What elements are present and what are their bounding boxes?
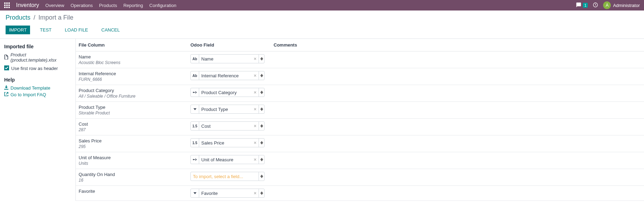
clear-field-icon[interactable]: × bbox=[252, 122, 259, 130]
nav-operations[interactable]: Operations bbox=[71, 3, 93, 8]
svg-point-11 bbox=[193, 92, 194, 93]
file-column-label: Cost bbox=[79, 121, 190, 127]
top-navbar: Inventory Overview Operations Products R… bbox=[0, 0, 644, 10]
imported-file-header: Imported file bbox=[4, 44, 71, 49]
nav-products[interactable]: Products bbox=[99, 3, 117, 8]
column-headers: File Column Odoo Field Comments bbox=[76, 39, 644, 51]
mapping-row: Unit of Measure Units Unit of Measure × bbox=[76, 152, 644, 169]
file-column-sample: 295 bbox=[79, 144, 190, 149]
odoo-field-value: Product Type bbox=[199, 105, 252, 113]
nav-overview[interactable]: Overview bbox=[45, 3, 64, 8]
odoo-field-value: Favorite bbox=[199, 189, 252, 197]
svg-rect-4 bbox=[6, 5, 8, 6]
chat-badge: 1 bbox=[583, 3, 588, 8]
use-header-checkbox[interactable]: Use first row as header bbox=[4, 65, 71, 71]
odoo-field-value: Internal Reference bbox=[199, 71, 252, 80]
mapping-row: Product Category All / Saleable / Office… bbox=[76, 85, 644, 102]
field-spinner[interactable] bbox=[259, 55, 264, 63]
file-column-label: Quantity On Hand bbox=[79, 172, 190, 177]
file-name: Product (product.template).xlsx bbox=[10, 52, 71, 63]
activities-button[interactable] bbox=[593, 2, 598, 9]
import-button[interactable]: IMPORT bbox=[6, 26, 30, 34]
field-type-icon bbox=[191, 155, 199, 164]
field-spinner[interactable] bbox=[259, 155, 264, 164]
file-column-label: Product Type bbox=[79, 105, 190, 110]
file-column-sample: Acoustic Bloc Screens bbox=[79, 60, 190, 65]
header-file-column: File Column bbox=[79, 42, 190, 48]
odoo-field-value: Sales Price bbox=[199, 139, 252, 147]
user-menu[interactable]: A Administrator bbox=[603, 1, 640, 9]
field-spinner[interactable] bbox=[259, 71, 264, 80]
breadcrumb-separator: / bbox=[34, 14, 35, 21]
field-type-icon: 1.5 bbox=[191, 139, 199, 147]
nav-configuration[interactable]: Configuration bbox=[149, 3, 176, 8]
field-type-icon: 1.5 bbox=[191, 122, 199, 130]
svg-rect-8 bbox=[8, 7, 10, 8]
file-column-sample: FURN_6666 bbox=[79, 77, 190, 82]
download-template-link[interactable]: Download Template bbox=[4, 85, 71, 91]
odoo-field-select[interactable]: To import, select a field... × bbox=[190, 172, 265, 181]
field-spinner[interactable] bbox=[259, 88, 264, 97]
odoo-field-select[interactable]: Ab Name × bbox=[190, 54, 265, 63]
file-column-sample: Units bbox=[79, 161, 190, 166]
mapping-row: Cost 287 1.5 Cost × bbox=[76, 119, 644, 135]
messaging-button[interactable]: 1 bbox=[576, 2, 588, 9]
download-icon bbox=[4, 85, 8, 91]
clear-field-icon[interactable]: × bbox=[252, 155, 259, 164]
svg-rect-7 bbox=[6, 7, 8, 8]
clear-field-icon[interactable]: × bbox=[252, 88, 259, 97]
odoo-field-select[interactable]: 1.5 Sales Price × bbox=[190, 138, 265, 147]
app-name[interactable]: Inventory bbox=[16, 2, 39, 8]
file-column-label: Sales Price bbox=[79, 138, 190, 143]
download-template-label: Download Template bbox=[10, 85, 50, 91]
chevron-down-icon bbox=[260, 143, 263, 145]
svg-rect-2 bbox=[8, 2, 10, 4]
odoo-field-select[interactable]: 1.5 Cost × bbox=[190, 121, 265, 131]
mapping-row: Product Type Storable Product Product Ty… bbox=[76, 102, 644, 119]
breadcrumb-parent[interactable]: Products bbox=[6, 14, 30, 21]
main-content: Imported file Product (product.template)… bbox=[0, 39, 644, 201]
clear-field-icon[interactable]: × bbox=[252, 139, 259, 147]
clear-field-icon[interactable]: × bbox=[252, 105, 259, 113]
clock-icon bbox=[593, 2, 598, 8]
sidebar: Imported file Product (product.template)… bbox=[0, 39, 75, 201]
file-column-sample: 287 bbox=[79, 127, 190, 132]
svg-rect-0 bbox=[4, 2, 6, 4]
svg-point-12 bbox=[193, 159, 194, 160]
avatar: A bbox=[603, 1, 611, 9]
header-odoo-field: Odoo Field bbox=[190, 42, 274, 48]
odoo-field-select[interactable]: Favorite × bbox=[190, 189, 265, 198]
field-type-icon bbox=[191, 105, 199, 113]
import-faq-link[interactable]: Go to Import FAQ bbox=[4, 92, 71, 97]
field-spinner[interactable] bbox=[259, 105, 264, 113]
odoo-field-select[interactable]: Product Type × bbox=[190, 105, 265, 114]
help-header: Help bbox=[4, 77, 71, 83]
file-icon bbox=[4, 55, 8, 61]
test-button[interactable]: TEST bbox=[36, 26, 55, 34]
odoo-field-select[interactable]: Unit of Measure × bbox=[190, 155, 265, 164]
field-spinner[interactable] bbox=[259, 172, 264, 181]
field-spinner[interactable] bbox=[259, 122, 264, 130]
odoo-field-select[interactable]: Product Category × bbox=[190, 88, 265, 97]
clear-field-icon[interactable]: × bbox=[252, 55, 259, 63]
field-type-icon: Ab bbox=[191, 71, 199, 80]
svg-rect-5 bbox=[8, 5, 10, 6]
header-comments: Comments bbox=[274, 42, 641, 48]
field-type-icon bbox=[191, 189, 199, 197]
odoo-field-value: Cost bbox=[199, 122, 252, 130]
odoo-field-select[interactable]: Ab Internal Reference × bbox=[190, 71, 265, 80]
chevron-down-icon bbox=[260, 126, 263, 128]
field-spinner[interactable] bbox=[259, 139, 264, 147]
import-faq-label: Go to Import FAQ bbox=[10, 92, 46, 97]
field-spinner[interactable] bbox=[259, 189, 264, 197]
breadcrumb-current: Import a File bbox=[38, 14, 73, 21]
apps-icon[interactable] bbox=[4, 2, 10, 8]
file-column-sample: Storable Product bbox=[79, 111, 190, 115]
cancel-button[interactable]: CANCEL bbox=[98, 26, 123, 34]
nav-reporting[interactable]: Reporting bbox=[123, 3, 143, 8]
checkbox-checked-icon bbox=[4, 65, 9, 71]
breadcrumb: Products / Import a File bbox=[6, 14, 638, 21]
clear-field-icon[interactable]: × bbox=[252, 71, 259, 80]
load-file-button[interactable]: LOAD FILE bbox=[61, 26, 92, 34]
clear-field-icon[interactable]: × bbox=[252, 189, 259, 197]
